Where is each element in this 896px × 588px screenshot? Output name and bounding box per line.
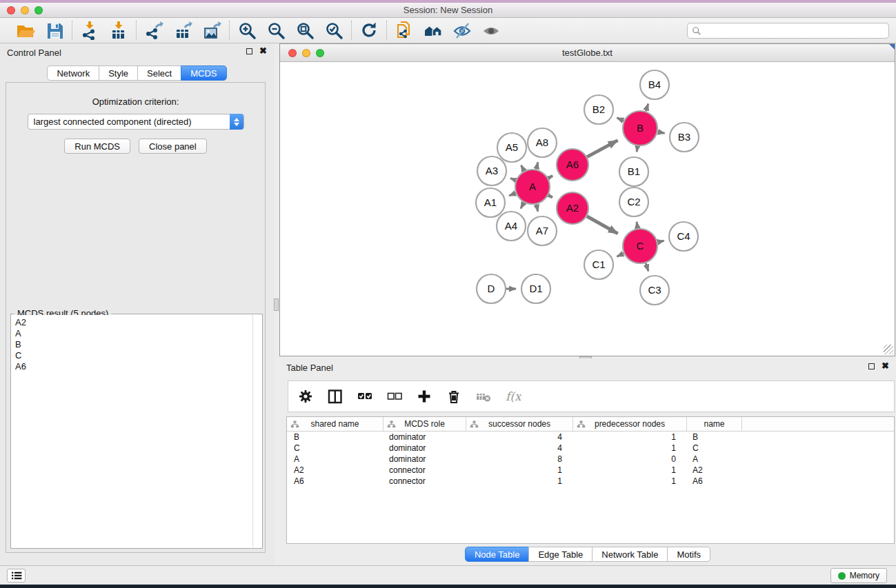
table-row[interactable]: Cdominator41C (287, 443, 894, 454)
close-table-panel-icon[interactable]: ✖ (882, 363, 889, 369)
tab-select[interactable]: Select (137, 65, 181, 81)
column-header-MCDS-role[interactable]: MCDS role (384, 417, 466, 431)
mcds-result-item[interactable]: A (15, 328, 252, 339)
column-header-name[interactable]: name (687, 417, 742, 431)
export-network-icon[interactable] (143, 20, 164, 41)
edge-A-A4[interactable] (521, 203, 524, 209)
edge-C-C1[interactable] (617, 254, 624, 256)
network-canvas[interactable]: A5A8A6A3AA1A2A4A7B2B4BB3B1C2C4CC1C3DD1 (280, 62, 895, 356)
task-history-button[interactable] (7, 569, 26, 582)
tab-node-table[interactable]: Node Table (465, 547, 530, 562)
search-input[interactable] (704, 26, 884, 36)
node-C[interactable]: C (623, 229, 657, 263)
node-D[interactable]: D (477, 274, 506, 303)
import-network-icon[interactable] (79, 20, 100, 41)
node-A1[interactable]: A1 (476, 188, 505, 217)
node-A4[interactable]: A4 (497, 212, 526, 241)
network-from-selection-icon[interactable] (394, 20, 415, 41)
column-header-successor-nodes[interactable]: successor nodes (466, 417, 573, 431)
edge-A-A1[interactable] (509, 193, 516, 196)
close-panel-button[interactable]: Close panel (139, 139, 207, 154)
node-B3[interactable]: B3 (670, 123, 699, 152)
edge-B-B1[interactable] (637, 146, 637, 152)
show-columns-icon[interactable] (326, 387, 344, 405)
show-all-icon[interactable] (481, 20, 501, 41)
edge-B-B3[interactable] (658, 132, 665, 133)
criterion-dropdown[interactable]: largest connected component (directed) (28, 114, 244, 130)
mcds-result-item[interactable]: C (15, 350, 252, 361)
table-row[interactable]: Bdominator41B (287, 432, 894, 443)
save-session-icon[interactable] (44, 20, 65, 41)
mcds-result-list[interactable]: A2ABCA6 (12, 315, 252, 547)
node-A3[interactable]: A3 (477, 156, 506, 185)
table-row[interactable]: Adominator80A (287, 454, 894, 465)
edge-A-A7[interactable] (537, 204, 538, 211)
tab-network-table[interactable]: Network Table (592, 547, 668, 562)
edge-A-A8[interactable] (537, 162, 538, 169)
run-mcds-button[interactable]: Run MCDS (64, 139, 130, 154)
node-C1[interactable]: C1 (584, 250, 613, 279)
zoom-selected-icon[interactable] (323, 20, 344, 41)
edge-C-C4[interactable] (657, 241, 664, 242)
network-graph[interactable]: A5A8A6A3AA1A2A4A7B2B4BB3B1C2C4CC1C3DD1 (280, 62, 895, 356)
edge-C-C2[interactable] (637, 222, 637, 229)
tab-style[interactable]: Style (99, 65, 138, 81)
edge-C-C3[interactable] (646, 263, 648, 272)
node-B4[interactable]: B4 (640, 70, 669, 99)
mcds-result-scrollbar[interactable] (252, 315, 261, 547)
mcds-result-item[interactable]: A2 (15, 317, 252, 328)
table-row[interactable]: A6connector11A6 (287, 476, 894, 487)
node-A8[interactable]: A8 (528, 128, 557, 157)
edge-B-B2[interactable] (617, 118, 624, 121)
zoom-out-icon[interactable] (266, 20, 286, 41)
node-A2[interactable]: A2 (557, 192, 588, 224)
node-D1[interactable]: D1 (521, 274, 550, 303)
frame-resize-grip[interactable] (884, 345, 893, 354)
network-frame-titlebar[interactable]: testGlobe.txt (280, 44, 895, 62)
node-A5[interactable]: A5 (497, 133, 526, 162)
edge-A6-B[interactable] (587, 141, 617, 157)
node-C2[interactable]: C2 (619, 187, 648, 216)
export-image-icon[interactable] (201, 20, 222, 41)
node-C3[interactable]: C3 (640, 276, 669, 305)
first-neighbors-icon[interactable] (423, 20, 444, 41)
node-A[interactable]: A (515, 170, 550, 204)
table-row[interactable]: A2connector11A2 (287, 465, 894, 476)
edge-A2-C[interactable] (587, 216, 618, 234)
search-box[interactable] (687, 23, 889, 39)
tab-edge-table[interactable]: Edge Table (528, 547, 593, 562)
export-table-icon[interactable] (172, 20, 193, 41)
delete-column-icon[interactable] (445, 387, 463, 405)
memory-button[interactable]: Memory (830, 568, 887, 583)
node-B2[interactable]: B2 (584, 95, 613, 124)
vertical-split-handle[interactable] (274, 298, 279, 311)
column-header-shared-name[interactable]: shared name (287, 417, 384, 431)
edge-A-A6[interactable] (548, 176, 552, 179)
mcds-result-item[interactable]: A6 (15, 361, 252, 372)
open-session-icon[interactable] (15, 20, 36, 41)
close-panel-icon[interactable]: ✖ (259, 48, 267, 54)
mcds-result-item[interactable]: B (15, 339, 252, 350)
add-column-icon[interactable] (415, 387, 433, 405)
select-all-icon[interactable] (356, 387, 374, 405)
node-A7[interactable]: A7 (528, 216, 557, 245)
table-options-icon[interactable] (297, 387, 315, 405)
deselect-all-icon[interactable] (386, 387, 404, 405)
edge-B-B4[interactable] (646, 104, 648, 112)
tab-motifs[interactable]: Motifs (667, 547, 710, 562)
node-B1[interactable]: B1 (619, 157, 648, 186)
tab-network[interactable]: Network (47, 65, 99, 81)
float-table-panel-icon[interactable] (868, 363, 875, 369)
hide-selected-icon[interactable] (452, 20, 472, 41)
refresh-layout-icon[interactable] (359, 20, 379, 41)
node-A6[interactable]: A6 (557, 149, 588, 181)
node-C4[interactable]: C4 (669, 222, 698, 251)
float-panel-icon[interactable] (246, 48, 252, 54)
edge-A-A2[interactable] (548, 195, 552, 197)
edge-A-A5[interactable] (521, 165, 524, 171)
zoom-fit-icon[interactable] (295, 20, 315, 41)
zoom-in-icon[interactable] (237, 20, 257, 41)
import-table-icon[interactable] (108, 20, 129, 41)
edge-A-A3[interactable] (510, 179, 516, 181)
tab-mcds[interactable]: MCDS (181, 65, 226, 81)
